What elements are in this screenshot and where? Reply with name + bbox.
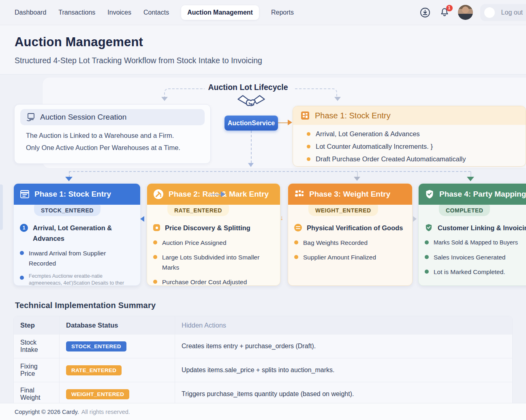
stock-entry-body: Arrival, Lot Generation & Advances Lot C… [293,125,526,165]
stock-bullet: Arrival, Lot Generation & Advances [293,128,526,140]
arrowhead-phase1 [65,177,73,181]
nav-right-cluster: 1 Log out [419,4,526,21]
session-creation-header: Auction Session Creation [20,109,205,125]
table-row: Stock Intake STOCK_ENTERED Creates items… [14,334,512,358]
stock-bullet: Draft Purchase Order Created Automaticam… [293,153,526,165]
group-icon [294,189,304,199]
phase3-card-body: Physical Verification of Goods Bag Weigh… [288,216,412,262]
phase3-card-header: Phase 3: Weight Entry [288,184,412,205]
square-icon [153,224,160,231]
rights-text: All rights reserved. [81,409,130,415]
page-subtitle: Structured 4-Step Lot Tracking Workflow … [15,56,511,65]
bullet-dot [20,276,24,280]
phase4-status-pill: COMPLETED [439,205,490,216]
arrow-down-amber: ↓ [280,214,284,222]
arrowhead-down-left [161,97,168,101]
bullet-dot [153,280,157,284]
stock-bullet-text: Arrival, Lot Generation & Advances [316,129,420,139]
nav-item-reports[interactable]: Reports [271,5,294,20]
phase4-lead-text: Customer Linking & Invoicing [438,223,526,233]
number-1-icon: 1 [20,224,28,232]
bullet-dot [294,240,298,244]
phase-card-rate-mark-entry: Phase 2: Rate & Mark Entry RATE_ENTERED … [147,183,280,286]
phase-card-stock-entry: Phase 1: Stock Entry STOCK_ENTERED 1 Arr… [13,183,141,286]
connector-stub-phase4 [470,171,471,177]
dashed-connector-service-down [251,131,252,163]
cell-status: RATE_ENTERED [59,358,175,382]
stock-bullet-text: Lot Counter Automatically Increments. } [316,141,433,152]
session-line-2: Only One Active Auction Per Warehouses a… [26,141,199,154]
arrowhead-phase3 [354,177,360,181]
avatar[interactable] [458,5,473,20]
nav-item-dashboard[interactable]: Dashboard [15,5,46,20]
summary-title: Technical Implementation Summary [15,301,513,310]
phase-cards-row: Phase 1: Stock Entry STOCK_ENTERED 1 Arr… [0,183,526,294]
phase-card-weight-entry: Phase 3: Weight Entry WEIGHT_ENTERED Phy… [288,183,413,286]
status-badge: STOCK_ENTERED [66,341,126,351]
nav-item-auction-management[interactable]: Auction Management [181,5,259,20]
cell-status: WEIGHT_ENTERED [59,382,175,406]
phase2-item-text: Large Lots Subdivided into Smaller Marks [162,252,274,272]
logout-toggle-dot [484,7,495,18]
shield-check-icon [425,189,434,199]
notifications-button[interactable]: 1 [438,6,451,19]
cell-action: Triggers purchase_items quantity update … [175,382,512,406]
top-nav: Dashboard Transactions Invoices Contacts… [0,0,526,25]
notification-count-badge: 1 [446,5,453,11]
phase2-item-text: Auction Price Assigned [162,238,227,248]
weight-icon [294,224,302,231]
phase1-item-text: Inward Arrival from Supplier Recorded [29,248,135,268]
connector-stub-phase3 [357,171,358,177]
phase4-lead-row: Customer Linking & Invoicing [425,223,526,233]
cell-action: Updates items.sale_price + splits into a… [175,358,512,382]
phase1-lead-row: 1 Arrival, Lot Generation & Advances [20,223,135,244]
logout-label: Log out [501,9,523,16]
nav-item-invoices[interactable]: Invoices [107,5,131,20]
logout-button[interactable]: Log out [480,4,526,21]
phase4-card-header: Phase 4: Party Mapping [419,184,526,205]
column-header-hidden-actions: Hidden Actions [175,316,512,334]
phase4-item-row: Sales Invoices Generated [425,252,526,262]
stock-entry-title: Phase 1: Stock Entry [315,111,391,120]
shield-check-green-icon [425,223,433,232]
bullet-dot [307,132,310,136]
bullet-dot [425,270,429,274]
bullet-dot [294,255,298,259]
cell-status: STOCK_ENTERED [59,334,175,358]
phase1-status-pill: STOCK_ENTERED [34,205,100,216]
status-badge: WEIGHT_ENTERED [66,389,129,399]
copyright-text: Copyright © 2026 Cardy. [15,409,79,415]
phase4-card-body: Customer Linking & Invoicing Marks Sold … [419,216,526,277]
connector-service-to-stock [278,122,288,123]
phase2-lead-text: Price Discovery & Splitting [165,223,250,233]
cell-action: Creates items entry + purchase_orders (D… [175,334,512,358]
stock-bullet: Lot Counter Automatically Increments. } [293,140,526,153]
bullet-dot [307,145,310,148]
session-creation-title: Auction Session Creation [40,113,126,122]
stock-entry-header: Phase 1: Stock Entry [293,106,526,125]
arrowhead-service-down [248,163,254,167]
phase3-item-text: Supplier Amount Finalized [303,252,376,262]
calendar-icon [20,190,30,199]
bullet-dot [153,255,157,259]
bullet-dot [425,255,429,259]
stock-entry-box: Phase 1: Stock Entry Arrival, Lot Genera… [293,106,526,167]
phase3-item-row: Supplier Amount Finalized [294,252,406,262]
phase4-item-row: Marks Sold & Mapped to Buyers [425,238,526,248]
lifecycle-title: Auction Lot Lifecycle [187,83,309,92]
phase3-card-title: Phase 3: Weight Entry [309,190,390,199]
status-badge: RATE_ENTERED [66,365,122,375]
phase1-item-row: Inward Arrival from Supplier Recorded [20,248,135,268]
kanban-icon [300,111,310,120]
phase2-item-row: Auction Price Assigned [153,238,274,248]
nav-item-transactions[interactable]: Transactions [58,5,95,20]
phase4-item-text: Marks Sold & Mapped to Buyers [434,238,518,248]
nav-item-contacts[interactable]: Contacts [143,5,169,20]
arrowhead-to-stock [288,120,292,125]
phase2-lead-row: Price Discovery & Splitting [153,223,274,233]
phase1-note-row: Fecmptes Auctionw ereatte-natie agmeenee… [20,273,135,286]
session-creation-card: Auction Session Creation The Auction is … [14,104,211,164]
download-button[interactable] [419,6,431,19]
phase1-card-header: Phase 1: Stock Entry [14,184,140,205]
auction-service-node[interactable]: AuctionService [225,116,278,131]
